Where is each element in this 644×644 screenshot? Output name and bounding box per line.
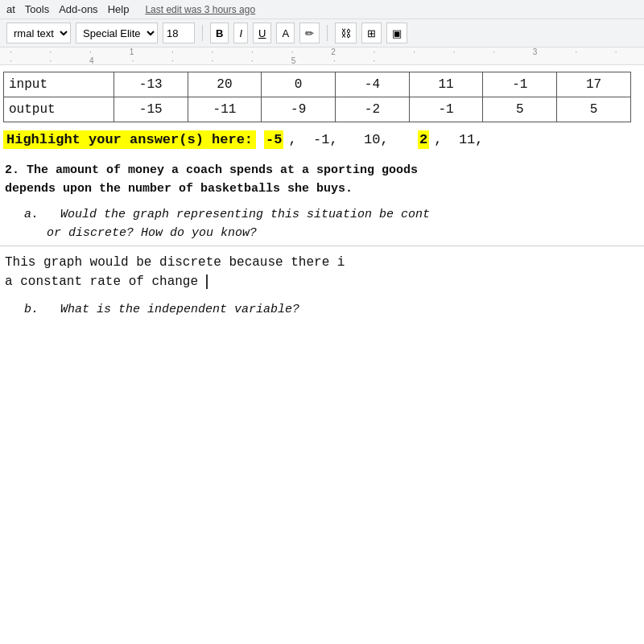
toolbar-divider-2 xyxy=(327,25,328,41)
table-cell-output-2: -9 xyxy=(262,97,336,122)
underline-button[interactable]: U xyxy=(253,23,271,43)
problem-text: The amount of money a coach spends at a … xyxy=(27,163,418,177)
link-button[interactable]: ⛓ xyxy=(335,23,357,43)
sub-a-text2: or discrete? How do you know? xyxy=(47,226,257,240)
table-cell-input-label: input xyxy=(4,72,114,97)
highlight-button[interactable]: ✏ xyxy=(299,23,320,43)
toolbar-divider-1 xyxy=(202,25,203,41)
menu-bar: at Tools Add-ons Help Last edit was 3 ho… xyxy=(0,0,644,19)
problem-text2: depends upon the number of basketballs s… xyxy=(5,182,353,196)
document-area: input -13 20 0 -4 11 -1 17 output -15 -1… xyxy=(0,65,644,320)
problem-number: 2. xyxy=(5,163,19,177)
ruler-marks: · · · 1 · · · · 2 · · · · 3 · · · · 4 · … xyxy=(8,47,644,65)
sub-question-b: b. What is the independent variable? xyxy=(0,298,644,320)
table-cell-output-0: -15 xyxy=(114,97,188,122)
table-cell-input-0: -13 xyxy=(114,72,188,97)
problem-section: 2. The amount of money a coach spends at… xyxy=(0,155,644,201)
sub-question-a: a. Would the graph representing this sit… xyxy=(0,201,644,246)
menu-addons[interactable]: Add-ons xyxy=(59,3,97,15)
normal-val-10: 10, xyxy=(359,130,410,149)
table-cell-output-6: 5 xyxy=(557,97,631,122)
answer-line1: This graph would be discrete because the… xyxy=(5,255,345,270)
normal-val-11: , 11, xyxy=(429,130,488,149)
highlight-row: Highlight your answer(s) here: -5 , -1, … xyxy=(0,122,644,155)
highlight-val-neg5: -5 xyxy=(264,130,283,149)
table-cell-input-3: -4 xyxy=(336,72,410,97)
text-cursor xyxy=(198,275,208,289)
menu-tools[interactable]: Tools xyxy=(25,3,49,15)
table-cell-output-4: -1 xyxy=(409,97,483,122)
sub-a-label: a. xyxy=(24,208,39,221)
last-edit-label: Last edit was 3 hours ago xyxy=(145,4,255,15)
paragraph-style-select[interactable]: rmal text xyxy=(6,23,71,43)
font-color-button[interactable]: A xyxy=(276,23,295,43)
sub-b-label: b. xyxy=(24,303,39,316)
font-size-input[interactable] xyxy=(163,23,195,43)
bold-button[interactable]: B xyxy=(210,23,229,43)
table-cell-input-4: 11 xyxy=(409,72,483,97)
table-row-output: output -15 -11 -9 -2 -1 5 5 xyxy=(4,97,631,122)
sub-a-text: Would the graph representing this situat… xyxy=(60,208,430,221)
table-cell-input-6: 17 xyxy=(557,72,631,97)
answer-box[interactable]: This graph would be discrete because the… xyxy=(0,246,644,298)
highlight-val-2: 2 xyxy=(418,130,429,149)
table-cell-output-3: -2 xyxy=(336,97,410,122)
sub-b-text: What is the independent variable? xyxy=(60,303,299,316)
input-output-table: input -13 20 0 -4 11 -1 17 output -15 -1… xyxy=(3,72,631,122)
normal-val-neg1: , -1, xyxy=(283,130,359,149)
table-cell-output-1: -11 xyxy=(188,97,262,122)
ruler: · · · 1 · · · · 2 · · · · 3 · · · · 4 · … xyxy=(0,47,644,65)
table-button[interactable]: ▣ xyxy=(386,23,407,43)
table-cell-output-label: output xyxy=(4,97,114,122)
answer-line2: a constant rate of change xyxy=(5,275,198,289)
table-cell-output-5: 5 xyxy=(483,97,557,122)
table-cell-input-2: 0 xyxy=(262,72,336,97)
font-name-select[interactable]: Special Elite xyxy=(76,23,158,43)
table-row-input: input -13 20 0 -4 11 -1 17 xyxy=(4,72,631,97)
highlight-label: Highlight your answer(s) here: xyxy=(3,130,256,149)
table-cell-input-5: -1 xyxy=(483,72,557,97)
table-cell-input-1: 20 xyxy=(188,72,262,97)
toolbar: rmal text Special Elite B I U A ✏ ⛓ ⊞ ▣ xyxy=(0,19,644,47)
image-button[interactable]: ⊞ xyxy=(361,23,382,43)
menu-help[interactable]: Help xyxy=(108,3,130,15)
menu-at[interactable]: at xyxy=(6,3,15,15)
italic-button[interactable]: I xyxy=(233,23,248,43)
